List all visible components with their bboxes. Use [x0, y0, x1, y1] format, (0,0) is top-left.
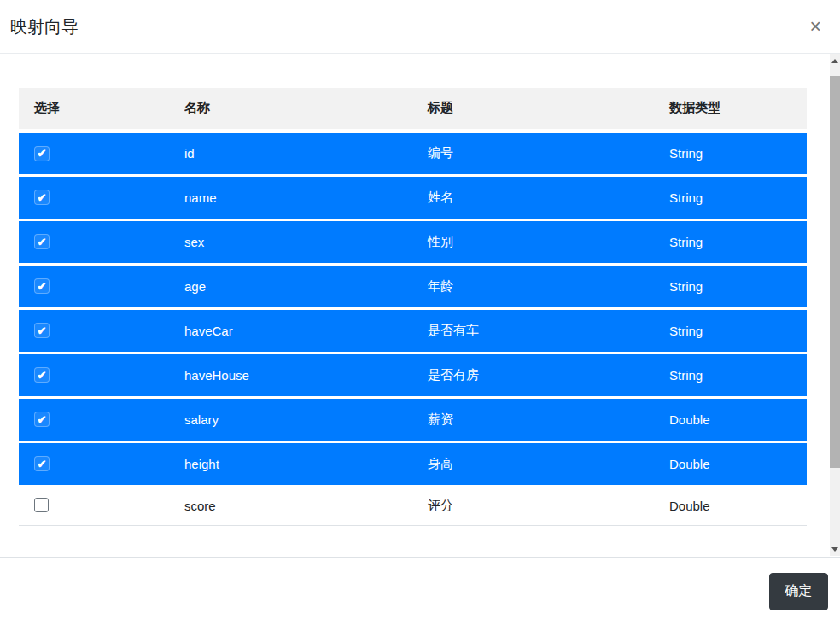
field-name: haveHouse: [169, 353, 412, 397]
field-caption: 年龄: [412, 264, 654, 308]
table-row[interactable]: score 评分 Double: [19, 486, 807, 525]
dialog-footer: 确定: [0, 557, 840, 625]
field-name: id: [169, 131, 412, 175]
table-header-row: 选择 名称 标题 数据类型: [19, 88, 807, 131]
field-name: height: [169, 441, 412, 486]
table-row[interactable]: ✔ haveHouse 是否有房 String: [19, 353, 807, 397]
field-type: Double: [654, 397, 807, 441]
field-type: String: [654, 219, 807, 264]
row-checkbox-checked[interactable]: ✔: [34, 190, 50, 205]
field-caption: 是否有房: [412, 353, 654, 397]
mapping-table: 选择 名称 标题 数据类型 ✔ id 编号 String ✔ name 姓名 S: [19, 88, 807, 526]
field-name: sex: [169, 219, 412, 264]
close-icon[interactable]: ×: [805, 15, 826, 38]
field-name: salary: [169, 397, 412, 441]
header-caption: 标题: [412, 88, 654, 131]
row-checkbox-checked[interactable]: ✔: [34, 412, 50, 427]
field-name: score: [169, 486, 412, 525]
table-row[interactable]: ✔ height 身高 Double: [19, 441, 807, 486]
field-caption: 身高: [412, 441, 654, 486]
field-type: String: [654, 353, 807, 397]
field-type: String: [654, 175, 807, 219]
header-name: 名称: [169, 88, 412, 131]
row-checkbox-checked[interactable]: ✔: [34, 456, 50, 471]
scroll-up-icon[interactable]: [830, 54, 840, 67]
row-checkbox-checked[interactable]: ✔: [34, 146, 50, 161]
table-row[interactable]: ✔ haveCar 是否有车 String: [19, 308, 807, 353]
row-checkbox-unchecked[interactable]: [34, 498, 49, 512]
field-type: String: [654, 308, 807, 353]
vertical-scrollbar: [830, 54, 840, 556]
field-name: name: [169, 175, 412, 219]
field-type: Double: [654, 441, 807, 486]
table-row[interactable]: ✔ salary 薪资 Double: [19, 397, 807, 441]
ok-button[interactable]: 确定: [769, 573, 828, 610]
check-icon: ✔: [38, 369, 47, 382]
check-icon: ✔: [38, 147, 47, 160]
field-name: haveCar: [169, 308, 412, 353]
field-type: Double: [654, 486, 807, 525]
row-checkbox-checked[interactable]: ✔: [34, 367, 50, 383]
row-checkbox-checked[interactable]: ✔: [34, 323, 50, 338]
dialog-header: 映射向导 ×: [0, 0, 840, 54]
check-icon: ✔: [38, 191, 47, 204]
field-type: String: [654, 264, 807, 308]
field-caption: 性别: [412, 219, 654, 264]
header-select: 选择: [19, 88, 169, 131]
field-name: age: [169, 264, 412, 308]
scroll-down-icon[interactable]: [830, 542, 840, 556]
table-row[interactable]: ✔ sex 性别 String: [19, 219, 807, 264]
check-icon: ✔: [38, 280, 47, 293]
dialog-body: 选择 名称 标题 数据类型 ✔ id 编号 String ✔ name 姓名 S: [0, 54, 840, 557]
row-checkbox-checked[interactable]: ✔: [34, 278, 50, 294]
field-caption: 姓名: [412, 175, 654, 219]
field-caption: 是否有车: [412, 308, 654, 353]
header-type: 数据类型: [654, 88, 807, 131]
table-row[interactable]: ✔ id 编号 String: [19, 131, 807, 175]
table-row[interactable]: ✔ name 姓名 String: [19, 175, 807, 219]
check-icon: ✔: [38, 324, 47, 337]
field-caption: 薪资: [412, 397, 654, 441]
check-icon: ✔: [38, 236, 47, 248]
table-row[interactable]: ✔ age 年龄 String: [19, 264, 807, 308]
field-caption: 编号: [412, 131, 654, 175]
row-checkbox-checked[interactable]: ✔: [34, 234, 50, 249]
scrollbar-thumb[interactable]: [830, 76, 840, 468]
check-icon: ✔: [38, 413, 47, 426]
field-caption: 评分: [412, 486, 654, 525]
dialog-title: 映射向导: [10, 15, 79, 38]
field-type: String: [654, 131, 807, 175]
check-icon: ✔: [38, 458, 47, 470]
mapping-wizard-dialog: 映射向导 × 选择 名称 标题 数据类型 ✔ id 编号 Stri: [0, 0, 840, 625]
